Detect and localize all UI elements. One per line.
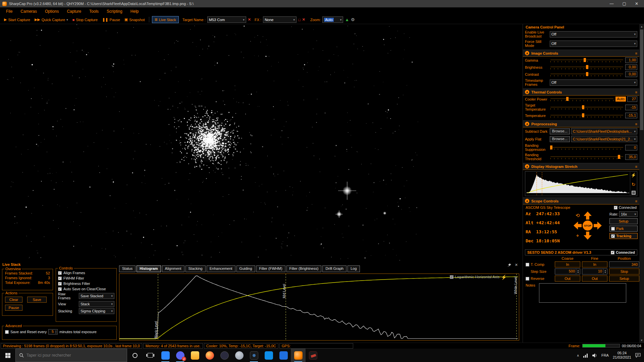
taskbar-app-messaging[interactable]: [158, 349, 173, 362]
zoom-combo[interactable]: Auto ▾: [322, 16, 343, 23]
coarse-in-button[interactable]: In: [555, 261, 580, 267]
action-center-icon[interactable]: [635, 353, 641, 358]
tab-status[interactable]: Status: [119, 265, 136, 272]
pause-stack-button[interactable]: Pause: [5, 305, 22, 311]
target-name-combo[interactable]: M53 Com ▾: [207, 16, 246, 23]
display-histogram-stretch-header[interactable]: ∧ Display Histogram Stretch ≡: [523, 163, 639, 170]
taskbar-app-camera[interactable]: [247, 349, 261, 362]
align-frames-checkbox[interactable]: [58, 271, 62, 275]
raw-frames-combo[interactable]: Save Stacked▾: [79, 293, 114, 299]
search-input[interactable]: [26, 353, 114, 358]
fine-step-spinner[interactable]: 10▲▼: [582, 268, 607, 275]
stack-histogram-graph[interactable]: Logarithmic Horizontal Axis ⚡ White Leve…: [119, 274, 519, 341]
slew-right-button[interactable]: [594, 222, 602, 230]
focuser-setup-button[interactable]: Setup: [609, 276, 639, 282]
start-button[interactable]: [0, 349, 15, 362]
tray-clock[interactable]: 05:24 21/03/2021: [613, 351, 631, 360]
t-comp-checkbox[interactable]: [526, 263, 529, 266]
quick-capture-button[interactable]: ▶▶ Quick Capture ▾: [33, 17, 69, 22]
focuser-connected-checkbox[interactable]: [611, 251, 614, 254]
menu-help[interactable]: Help: [126, 8, 143, 15]
slew-left-button[interactable]: [574, 222, 582, 230]
gamma-value[interactable]: 1,00: [625, 57, 637, 63]
enable-live-broadcast-combo[interactable]: Off ▾: [550, 31, 637, 38]
task-view-button[interactable]: [143, 349, 158, 362]
taskbar-app-explorer[interactable]: [187, 349, 202, 362]
tab-filter-fwhm[interactable]: Filter (FWHM): [256, 265, 285, 272]
slew-up-button[interactable]: [584, 212, 592, 220]
rate-combo[interactable]: 16x ▾: [619, 211, 638, 217]
fine-in-button[interactable]: In: [582, 261, 607, 267]
pause-button[interactable]: ❚❚ Pause: [101, 17, 121, 22]
cortana-button[interactable]: [127, 349, 143, 362]
tracking-checkbox[interactable]: [611, 234, 615, 238]
fx-combo[interactable]: None ▾: [263, 16, 297, 23]
menu-tools[interactable]: Tools: [85, 8, 103, 15]
contrast-slider[interactable]: [550, 72, 624, 77]
tab-drift-graph[interactable]: Drift Graph: [322, 265, 346, 272]
notes-textarea[interactable]: [539, 283, 626, 303]
subtract-dark-path-combo[interactable]: C:\Users\SharkFleet\Desktop\dark... ▾: [571, 128, 637, 134]
stop-capture-button[interactable]: ■ Stop Capture: [71, 17, 99, 22]
tab-guiding[interactable]: Guiding: [236, 265, 255, 272]
taskbar-search[interactable]: [15, 349, 127, 362]
spinner-arrows-icon[interactable]: ▲▼: [603, 269, 607, 274]
clear-button[interactable]: Clear: [5, 297, 22, 303]
stacking-combo[interactable]: Sigma Clipping▾: [79, 308, 114, 314]
cooler-power-value[interactable]: 27: [627, 96, 637, 102]
fwhm-filter-checkbox[interactable]: [58, 277, 62, 280]
tray-language[interactable]: FRA: [601, 353, 609, 357]
minimize-button[interactable]: —: [610, 1, 614, 6]
reset-stretch-icon[interactable]: ↻: [632, 182, 636, 187]
close-button[interactable]: ✕: [635, 1, 638, 6]
save-button[interactable]: Save: [27, 297, 47, 303]
target-temperature-slider[interactable]: [550, 105, 624, 110]
meridian-flip-icon[interactable]: ⟲: [576, 213, 580, 219]
start-capture-button[interactable]: ▶ Start Capture: [3, 17, 32, 22]
focuser-stop-button[interactable]: Stop: [609, 268, 639, 275]
minutes-spinner[interactable]: 5▲▼: [48, 329, 58, 335]
tracking-button[interactable]: Tracking: [609, 233, 638, 239]
park-checkbox[interactable]: [611, 227, 615, 231]
network-icon[interactable]: [583, 353, 588, 358]
section-menu-icon[interactable]: ≡: [635, 122, 637, 126]
auto-stretch-lightning-icon[interactable]: ⚡: [501, 275, 507, 280]
apply-flat-browse-button[interactable]: Browse...: [550, 136, 570, 142]
collapse-icon[interactable]: ∧: [525, 122, 529, 126]
taskbar-app-obs[interactable]: [217, 349, 232, 362]
taskbar-app-firefox[interactable]: [202, 349, 217, 362]
scope-setup-button[interactable]: Setup: [609, 218, 638, 224]
view-combo[interactable]: Stack▾: [79, 301, 114, 307]
section-menu-icon[interactable]: ≡: [635, 90, 637, 94]
menu-capture[interactable]: Capture: [63, 8, 85, 15]
auto-stretch-lightning-icon[interactable]: ⚡: [631, 173, 636, 178]
coarse-out-button[interactable]: Out: [555, 276, 580, 282]
menu-options[interactable]: Options: [41, 8, 63, 15]
menu-file[interactable]: File: [2, 8, 16, 15]
target-temperature-value[interactable]: -15: [625, 105, 637, 110]
fine-out-button[interactable]: Out: [582, 276, 607, 282]
maximize-button[interactable]: ▢: [623, 1, 626, 6]
fx-clear-icon[interactable]: ✕: [302, 17, 305, 22]
taskbar-app-teamviewer[interactable]: [261, 349, 276, 362]
collapse-icon[interactable]: ∧: [525, 90, 529, 94]
tray-expand-icon[interactable]: ∧: [577, 354, 579, 357]
banding-threshold-slider[interactable]: [550, 155, 624, 160]
clear-target-icon[interactable]: ✕: [248, 17, 251, 22]
banding-threshold-value[interactable]: 35,0: [625, 154, 637, 160]
scroll-up-icon[interactable]: ▲: [639, 24, 644, 29]
auto-stretch-icon[interactable]: ▲: [345, 17, 349, 22]
preprocessing-header[interactable]: ∧ Preprocessing ≡: [523, 120, 639, 127]
force-still-mode-combo[interactable]: Off ▾: [550, 41, 637, 47]
menu-scripting[interactable]: Scripting: [103, 8, 126, 15]
display-histogram-stretch-graph[interactable]: ⚡ ↻: [525, 171, 637, 196]
tab-enhancement[interactable]: Enhancement: [207, 265, 235, 272]
settings-gear-icon[interactable]: ⚙: [351, 17, 355, 22]
menu-cameras[interactable]: Cameras: [16, 8, 41, 15]
live-stack-button[interactable]: ≣ Live Stack: [152, 16, 179, 23]
image-display-area[interactable]: [0, 24, 522, 261]
gamma-slider[interactable]: [550, 58, 624, 63]
auto-save-checkbox[interactable]: [58, 287, 62, 291]
cooler-auto-chip[interactable]: Auto: [615, 97, 626, 102]
spinner-arrows-icon[interactable]: ▲▼: [54, 329, 57, 334]
